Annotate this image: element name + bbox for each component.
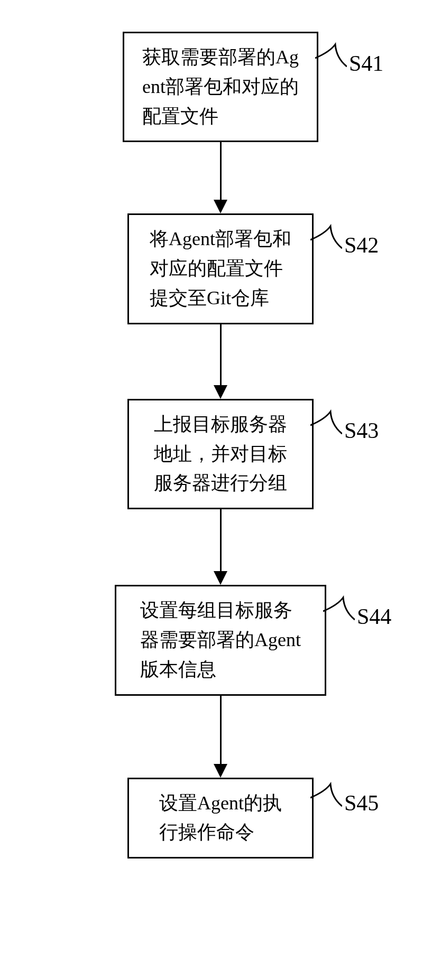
- step-text: 将Agent部署包和对应的配置文件提交至Git仓库: [150, 225, 291, 313]
- label-connector: S43: [310, 409, 379, 452]
- connector-curve-icon: [323, 595, 355, 638]
- connector-curve-icon: [310, 224, 342, 266]
- step-text: 设置每组目标服务器需要部署的Agent版本信息: [140, 596, 301, 684]
- arrow-head-icon: [214, 571, 227, 585]
- step-box-s42: 将Agent部署包和对应的配置文件提交至Git仓库: [127, 213, 314, 324]
- step-box-s45: 设置Agent的执行操作命令: [127, 778, 314, 859]
- connector-curve-icon: [310, 409, 342, 452]
- arrow-down-icon: [214, 509, 227, 585]
- step-box-s43: 上报目标服务器地址，并对目标服务器进行分组: [127, 399, 314, 509]
- step-label-s42: S42: [344, 232, 379, 258]
- arrow-shaft: [220, 509, 222, 572]
- arrow-down-icon: [214, 142, 227, 213]
- label-connector: S41: [315, 42, 383, 85]
- step-label-s44: S44: [357, 604, 391, 629]
- arrow-shaft: [220, 324, 222, 386]
- arrow-down-icon: [214, 696, 227, 778]
- step-row-s41: 获取需要部署的Agent部署包和对应的配置文件S41: [123, 32, 318, 142]
- label-connector: S44: [323, 595, 391, 638]
- arrow-shaft: [220, 142, 222, 200]
- step-row-s44: 设置每组目标服务器需要部署的Agent版本信息S44: [115, 585, 326, 695]
- step-text: 获取需要部署的Agent部署包和对应的配置文件: [142, 43, 299, 131]
- step-text: 设置Agent的执行操作命令: [159, 789, 282, 848]
- label-connector: S42: [310, 224, 379, 266]
- arrow-head-icon: [214, 200, 227, 213]
- connector-curve-icon: [310, 782, 342, 824]
- step-label-s41: S41: [349, 51, 383, 76]
- connector-curve-icon: [315, 42, 347, 85]
- step-row-s45: 设置Agent的执行操作命令S45: [127, 778, 314, 859]
- step-label-s45: S45: [344, 790, 379, 816]
- arrow-head-icon: [214, 385, 227, 399]
- step-row-s42: 将Agent部署包和对应的配置文件提交至Git仓库S42: [127, 213, 314, 324]
- step-row-s43: 上报目标服务器地址，并对目标服务器进行分组S43: [127, 399, 314, 509]
- arrow-shaft: [220, 696, 222, 764]
- step-text: 上报目标服务器地址，并对目标服务器进行分组: [154, 410, 287, 498]
- step-box-s41: 获取需要部署的Agent部署包和对应的配置文件: [123, 32, 318, 142]
- step-box-s44: 设置每组目标服务器需要部署的Agent版本信息: [115, 585, 326, 695]
- arrow-down-icon: [214, 324, 227, 399]
- step-label-s43: S43: [344, 418, 379, 443]
- label-connector: S45: [310, 782, 379, 824]
- arrow-head-icon: [214, 764, 227, 778]
